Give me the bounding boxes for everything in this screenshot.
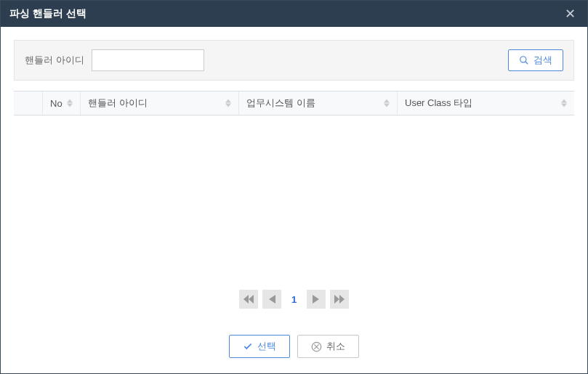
cancel-icon <box>311 341 322 352</box>
chevron-right-icon <box>313 295 320 304</box>
column-user-class[interactable]: User Class 타입 <box>398 92 574 115</box>
pagination: 1 <box>14 290 574 309</box>
table-body <box>14 115 574 282</box>
svg-marker-5 <box>225 104 231 107</box>
svg-marker-3 <box>67 104 73 107</box>
svg-marker-10 <box>243 295 249 304</box>
svg-marker-14 <box>334 295 339 304</box>
page-prev-button[interactable] <box>262 290 281 309</box>
svg-marker-4 <box>225 99 231 103</box>
search-button[interactable]: 검색 <box>508 49 563 71</box>
search-icon <box>519 55 529 65</box>
svg-marker-7 <box>384 104 390 107</box>
handler-id-input[interactable] <box>92 49 204 71</box>
svg-marker-9 <box>561 104 567 107</box>
svg-point-0 <box>520 57 526 62</box>
table-header: No 핸들러 아이디 업무시스템 이름 <box>14 91 574 115</box>
titlebar: 파싱 핸들러 선택 ✕ <box>1 1 587 27</box>
select-button[interactable]: 선택 <box>229 335 290 358</box>
sort-icon <box>561 99 567 107</box>
column-checkbox <box>14 92 43 115</box>
column-system-name[interactable]: 업무시스템 이름 <box>239 92 398 115</box>
search-button-label: 검색 <box>533 54 552 67</box>
footer-buttons: 선택 취소 <box>14 335 574 358</box>
page-last-button[interactable] <box>330 290 349 309</box>
double-chevron-left-icon <box>243 295 254 304</box>
check-icon <box>243 341 253 351</box>
cancel-button-label: 취소 <box>326 340 345 353</box>
svg-marker-12 <box>269 295 275 304</box>
page-next-button[interactable] <box>307 290 326 309</box>
search-label: 핸들러 아이디 <box>25 54 84 67</box>
svg-marker-15 <box>339 295 345 304</box>
page-first-button[interactable] <box>239 290 258 309</box>
svg-marker-13 <box>313 295 319 304</box>
table-area: No 핸들러 아이디 업무시스템 이름 <box>14 91 574 282</box>
column-no[interactable]: No <box>43 92 81 115</box>
column-handler-id[interactable]: 핸들러 아이디 <box>81 92 239 115</box>
svg-marker-11 <box>249 295 254 304</box>
sort-icon <box>384 99 390 107</box>
close-icon: ✕ <box>565 6 576 22</box>
svg-marker-6 <box>384 99 390 103</box>
close-button[interactable]: ✕ <box>561 5 579 23</box>
svg-line-1 <box>525 62 528 65</box>
page-number[interactable]: 1 <box>286 294 302 305</box>
sort-icon <box>67 99 73 107</box>
chevron-left-icon <box>268 295 275 304</box>
sort-icon <box>225 99 231 107</box>
select-button-label: 선택 <box>257 340 276 353</box>
dialog-title: 파싱 핸들러 선택 <box>9 7 86 20</box>
search-bar: 핸들러 아이디 검색 <box>14 40 574 81</box>
cancel-button[interactable]: 취소 <box>297 335 359 358</box>
double-chevron-right-icon <box>334 295 345 304</box>
svg-marker-8 <box>561 99 567 103</box>
dialog-content: 핸들러 아이디 검색 No 핸들러 아이디 <box>1 27 587 371</box>
svg-marker-2 <box>67 99 73 103</box>
